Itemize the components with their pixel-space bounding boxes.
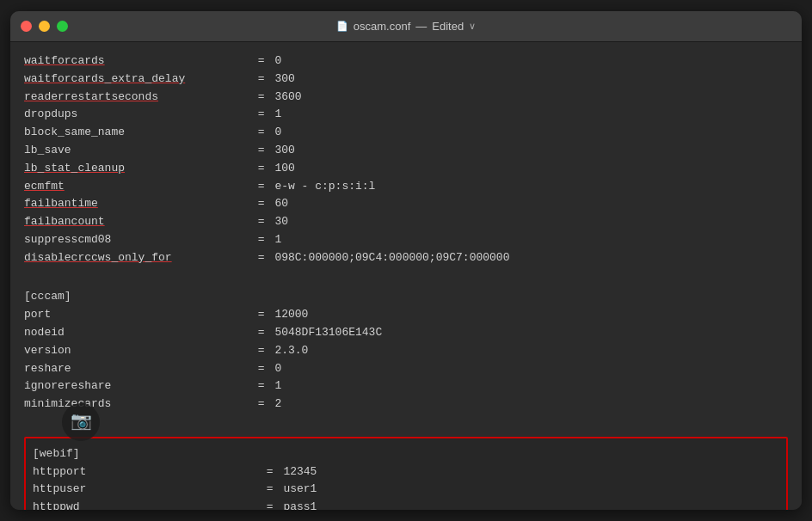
config-value: 300: [274, 70, 294, 89]
config-key: waitforcards_extra_delay: [24, 70, 248, 89]
config-line: port = 12000: [24, 306, 788, 324]
config-key: disablecrccws_only_for: [24, 249, 248, 267]
config-key: ecmfmt: [24, 178, 248, 196]
editor-window: 📄 oscam.conf — Edited ∨ waitforcards = 0…: [10, 11, 802, 510]
camera-icon: 📷: [62, 403, 100, 441]
config-equals: =: [251, 178, 271, 196]
config-line: failbantime = 60: [24, 195, 788, 213]
title-filename: oscam.conf: [354, 20, 410, 33]
main-config-section: waitforcards = 0waitforcards_extra_delay…: [24, 52, 788, 267]
config-value: 300: [274, 142, 294, 160]
config-equals: =: [251, 142, 271, 160]
config-line: waitforcards_extra_delay = 300: [24, 70, 788, 89]
config-value: user1: [283, 481, 317, 499]
config-value: pass1: [283, 499, 317, 510]
config-value: 30: [274, 213, 288, 231]
config-equals: =: [251, 360, 271, 378]
config-line: readerrestartseconds = 3600: [24, 89, 788, 107]
cccam-config-lines: port = 12000nodeid = 5048DF13106E143Cver…: [24, 306, 788, 414]
config-key: minimizecards: [24, 395, 248, 414]
config-value: 5048DF13106E143C: [274, 324, 382, 342]
webif-header: [webif]: [33, 442, 779, 463]
titlebar: 📄 oscam.conf — Edited ∨: [10, 11, 802, 42]
config-equals: =: [251, 106, 271, 124]
config-line: ecmfmt = e-w - c:p:s:i:l: [24, 178, 788, 196]
config-line: failbancount = 30: [24, 213, 788, 231]
config-equals: =: [251, 231, 271, 249]
close-button[interactable]: [21, 21, 32, 32]
config-line: nodeid = 5048DF13106E143C: [24, 324, 788, 342]
config-line: httppwd = pass1: [33, 499, 779, 510]
config-value: 098C:000000;09C4:000000;09C7:000000: [274, 249, 509, 267]
config-value: e-w - c:p:s:i:l: [274, 178, 375, 196]
config-key: suppresscmd08: [24, 231, 248, 249]
config-equals: =: [251, 195, 271, 213]
config-key: block_same_name: [24, 124, 248, 142]
config-value: 60: [274, 195, 288, 213]
config-equals: =: [251, 160, 271, 178]
webif-config-lines: httpport = 12345httpuser = user1httppwd …: [33, 463, 779, 510]
config-line: ignorereshare = 1: [24, 377, 788, 395]
config-line: dropdups = 1: [24, 106, 788, 124]
config-key: failbantime: [24, 195, 248, 213]
config-value: 2: [274, 395, 281, 414]
config-line: httpuser = user1: [33, 481, 779, 499]
config-key: ignorereshare: [24, 377, 248, 395]
config-equals: =: [251, 89, 271, 107]
config-equals: =: [251, 70, 271, 89]
config-equals: =: [260, 481, 280, 499]
config-key: nodeid: [24, 324, 248, 342]
config-key: httpport: [33, 463, 256, 481]
config-key: waitforcards: [24, 52, 248, 70]
title-separator: —: [415, 20, 427, 33]
config-value: 2.3.0: [274, 342, 308, 360]
editor-area[interactable]: waitforcards = 0waitforcards_extra_delay…: [10, 42, 802, 510]
config-key: readerrestartseconds: [24, 89, 248, 107]
traffic-lights: [21, 21, 68, 32]
config-equals: =: [251, 124, 271, 142]
config-value: 12345: [283, 463, 317, 481]
config-value: 1: [274, 231, 281, 249]
config-equals: =: [251, 377, 271, 395]
config-equals: =: [260, 463, 280, 481]
config-line: disablecrccws_only_for = 098C:000000;09C…: [24, 249, 788, 267]
config-line: minimizecards = 2: [24, 395, 788, 414]
config-line: waitforcards = 0: [24, 52, 788, 70]
config-equals: =: [251, 395, 271, 414]
config-line: block_same_name = 0: [24, 124, 788, 142]
config-key: version: [24, 342, 248, 360]
config-equals: =: [251, 306, 271, 324]
config-key: dropdups: [24, 106, 248, 124]
config-value: 0: [274, 124, 281, 142]
config-value: 100: [274, 160, 294, 178]
cccam-header: [cccam]: [24, 285, 788, 306]
config-line: lb_stat_cleanup = 100: [24, 160, 788, 178]
config-key: lb_save: [24, 142, 248, 160]
config-key: httpuser: [33, 481, 256, 499]
config-line: lb_save = 300: [24, 142, 788, 160]
config-key: port: [24, 306, 248, 324]
config-value: 1: [274, 106, 281, 124]
config-equals: =: [251, 342, 271, 360]
config-value: 0: [274, 360, 281, 378]
config-line: reshare = 0: [24, 360, 788, 378]
config-equals: =: [251, 249, 271, 267]
window-title: 📄 oscam.conf — Edited ∨: [336, 20, 476, 33]
config-key: reshare: [24, 360, 248, 378]
config-equals: =: [251, 324, 271, 342]
minimize-button[interactable]: [39, 21, 50, 32]
config-key: httppwd: [33, 499, 256, 510]
config-key: lb_stat_cleanup: [24, 160, 248, 178]
cccam-section: [cccam] port = 12000nodeid = 5048DF13106…: [24, 285, 788, 414]
config-equals: =: [251, 52, 271, 70]
config-value: 12000: [274, 306, 308, 324]
config-value: 1: [274, 377, 281, 395]
config-value: 0: [274, 52, 281, 70]
webif-section: [webif] httpport = 12345httpuser = user1…: [24, 437, 788, 510]
config-value: 3600: [274, 89, 301, 107]
config-line: suppresscmd08 = 1: [24, 231, 788, 249]
maximize-button[interactable]: [57, 21, 68, 32]
title-edited: Edited: [432, 20, 464, 33]
config-equals: =: [260, 499, 280, 510]
title-dropdown-arrow[interactable]: ∨: [469, 21, 476, 32]
